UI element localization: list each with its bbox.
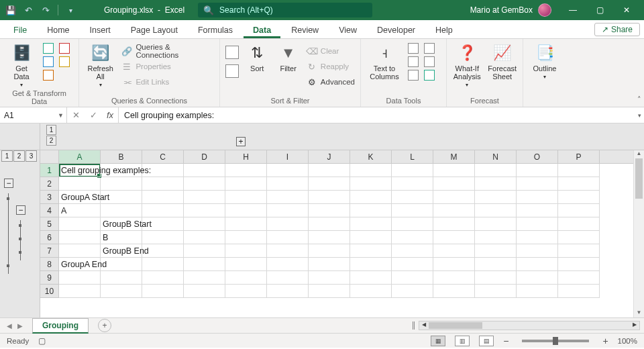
cell-A1[interactable]: Cell grouping examples: [59, 164, 101, 177]
cell-L8[interactable] [392, 258, 433, 271]
refresh-all-button[interactable]: 🔄 Refresh All ▾ [85, 42, 116, 88]
cell-K5[interactable] [350, 217, 392, 231]
cell-I3[interactable] [267, 191, 309, 204]
cell-P5[interactable] [558, 217, 600, 231]
cell-D8[interactable] [184, 258, 225, 271]
zoom-out-button[interactable]: − [503, 336, 508, 346]
cell-H4[interactable] [225, 204, 267, 217]
cell-C10[interactable] [142, 285, 184, 298]
col-header-J[interactable]: J [309, 150, 350, 163]
scroll-down-icon[interactable]: ▼ [634, 309, 644, 317]
cell-B4[interactable] [101, 204, 142, 217]
recent-sources-icon[interactable] [59, 43, 70, 54]
cell-D4[interactable] [184, 204, 225, 217]
cell-L5[interactable] [392, 217, 433, 231]
cell-O2[interactable] [517, 177, 558, 191]
search-box[interactable]: 🔍 Search (Alt+Q) [198, 3, 372, 17]
cell-K6[interactable] [350, 231, 392, 244]
new-sheet-button[interactable]: + [98, 319, 111, 332]
sort-desc-icon[interactable] [225, 64, 239, 78]
cell-L7[interactable] [392, 244, 433, 258]
cell-A8[interactable]: GroupA End [59, 258, 101, 271]
tab-review[interactable]: Review [282, 21, 328, 38]
tab-home[interactable]: Home [38, 21, 78, 38]
cell-P2[interactable] [558, 177, 600, 191]
sheet-tab-grouping[interactable]: Grouping [32, 318, 89, 334]
cell-A10[interactable] [59, 285, 101, 298]
cell-N8[interactable] [475, 258, 517, 271]
col-header-C[interactable]: C [142, 150, 184, 163]
tab-formulas[interactable]: Formulas [189, 21, 242, 38]
cell-A9[interactable] [59, 271, 101, 285]
consolidate-icon[interactable] [424, 43, 435, 54]
cell-D3[interactable] [184, 191, 225, 204]
col-header-I[interactable]: I [267, 150, 309, 163]
share-button[interactable]: ↗Share [594, 23, 640, 36]
cell-A4[interactable]: A [59, 204, 101, 217]
col-header-M[interactable]: M [433, 150, 475, 163]
expand-formula-icon[interactable]: ▾ [638, 112, 641, 119]
col-header-N[interactable]: N [475, 150, 517, 163]
maximize-button[interactable]: ▢ [586, 0, 613, 20]
advanced-button[interactable]: ⚙Advanced [307, 75, 355, 89]
cell-C2[interactable] [142, 177, 184, 191]
cell-L6[interactable] [392, 231, 433, 244]
cell-B2[interactable] [101, 177, 142, 191]
tab-file[interactable]: File [4, 21, 36, 38]
cell-N7[interactable] [475, 244, 517, 258]
cell-K7[interactable] [350, 244, 392, 258]
cell-J9[interactable] [309, 271, 350, 285]
cell-O7[interactable] [517, 244, 558, 258]
cell-P1[interactable] [558, 164, 600, 177]
cell-P6[interactable] [558, 231, 600, 244]
qat-customize-button[interactable]: ▾ [64, 3, 77, 17]
cell-H9[interactable] [225, 271, 267, 285]
cell-N10[interactable] [475, 285, 517, 298]
cell-C4[interactable] [142, 204, 184, 217]
cell-M2[interactable] [433, 177, 475, 191]
cell-D1[interactable] [184, 164, 225, 177]
horizontal-scrollbar[interactable]: ◀ ▶ [419, 321, 640, 330]
zoom-in-button[interactable]: + [602, 336, 608, 346]
zoom-level[interactable]: 100% [618, 337, 637, 345]
cell-O10[interactable] [517, 285, 558, 298]
hscroll-left-icon[interactable]: ◀ [419, 321, 429, 330]
cell-I6[interactable] [267, 231, 309, 244]
cell-J6[interactable] [309, 231, 350, 244]
macro-record-icon[interactable]: ▢ [38, 336, 46, 346]
col-level-1-button[interactable]: 1 [46, 125, 56, 135]
cell-H5[interactable] [225, 217, 267, 231]
cell-K2[interactable] [350, 177, 392, 191]
cell-D7[interactable] [184, 244, 225, 258]
cell-B10[interactable] [101, 285, 142, 298]
row-header-2[interactable]: 2 [40, 177, 59, 191]
view-page-layout-button[interactable]: ▥ [455, 336, 470, 346]
minimize-button[interactable]: ― [559, 0, 586, 20]
row-level-2-button[interactable]: 2 [13, 150, 25, 162]
cell-A6[interactable] [59, 231, 101, 244]
cell-O3[interactable] [517, 191, 558, 204]
enter-formula-button[interactable]: ✓ [85, 110, 102, 120]
cell-I2[interactable] [267, 177, 309, 191]
cancel-formula-button[interactable]: ✕ [67, 110, 85, 120]
cell-B9[interactable] [101, 271, 142, 285]
collapse-group-b-button[interactable]: − [16, 205, 25, 215]
cell-A7[interactable] [59, 244, 101, 258]
cell-O9[interactable] [517, 271, 558, 285]
sort-asc-icon[interactable] [225, 46, 239, 59]
cell-H10[interactable] [225, 285, 267, 298]
cell-N2[interactable] [475, 177, 517, 191]
cell-H3[interactable] [225, 191, 267, 204]
row-header-7[interactable]: 7 [40, 244, 59, 258]
cell-K9[interactable] [350, 271, 392, 285]
queries-connections-button[interactable]: 🔗Queries & Connections [121, 44, 214, 58]
cell-N3[interactable] [475, 191, 517, 204]
cell-C9[interactable] [142, 271, 184, 285]
row-header-9[interactable]: 9 [40, 271, 59, 285]
row-header-1[interactable]: 1 [40, 164, 59, 177]
cell-O4[interactable] [517, 204, 558, 217]
cell-O1[interactable] [517, 164, 558, 177]
vertical-scrollbar[interactable]: ▲ ▼ [633, 150, 644, 317]
remove-dupes-icon[interactable] [408, 56, 419, 67]
view-page-break-button[interactable]: ▤ [479, 336, 494, 346]
